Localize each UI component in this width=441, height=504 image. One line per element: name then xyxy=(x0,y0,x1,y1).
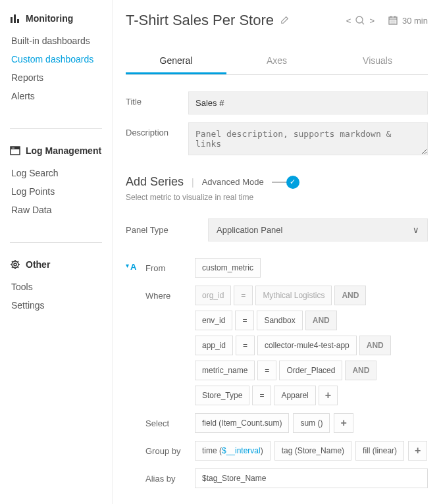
log-icon xyxy=(10,145,20,156)
where-field-chip[interactable]: metric_name xyxy=(195,361,255,380)
groupby-time-chip[interactable]: time ($__interval) xyxy=(195,441,271,461)
page-title: T-Shirt Sales Per Store xyxy=(126,12,274,29)
sidebar-item-raw-data[interactable]: Raw Data xyxy=(10,201,102,219)
where-field-chip[interactable]: env_id xyxy=(195,311,232,330)
where-conj-chip[interactable]: AND xyxy=(359,336,391,355)
where-conj-chip[interactable]: AND xyxy=(345,361,376,380)
svg-rect-2 xyxy=(17,19,19,23)
calendar-icon[interactable] xyxy=(388,15,398,26)
svg-point-6 xyxy=(13,147,14,149)
sidebar-item-custom-dashboards[interactable]: Custom dashboards xyxy=(10,50,102,68)
main-content: T-Shirt Sales Per Store < > 30 min Gener… xyxy=(112,0,441,504)
where-field-chip[interactable]: app_id xyxy=(195,336,233,355)
edit-title-icon[interactable] xyxy=(280,15,290,26)
where-conj-chip[interactable]: AND xyxy=(305,311,337,330)
select-add-chip[interactable]: + xyxy=(334,413,353,433)
check-icon: ✓ xyxy=(286,176,299,189)
svg-rect-0 xyxy=(11,17,13,23)
select-agg-chip[interactable]: sum () xyxy=(293,413,330,433)
time-next-icon[interactable]: > xyxy=(369,16,375,26)
add-series-subtext: Select metric to visualize in real time xyxy=(126,193,428,202)
groupby-tag-chip[interactable]: tag (Store_Name) xyxy=(274,441,351,461)
groupby-add-chip[interactable]: + xyxy=(408,441,427,461)
alias-label: Alias by xyxy=(145,468,195,484)
select-field-chip[interactable]: field (Item_Count.sum) xyxy=(195,413,289,433)
groupby-fill-chip[interactable]: fill (linear) xyxy=(355,441,404,461)
chevron-down-icon: ∨ xyxy=(413,225,419,235)
caret-down-icon: ▾ xyxy=(126,262,129,269)
where-value-chip[interactable]: Mythical Logistics xyxy=(255,286,332,305)
panel-type-select[interactable]: Application Panel ∨ xyxy=(208,218,428,241)
where-op-chip[interactable]: = xyxy=(257,361,276,380)
tab-visuals[interactable]: Visuals xyxy=(327,49,428,74)
svg-point-8 xyxy=(14,263,16,266)
advanced-mode-toggle[interactable]: ✓ xyxy=(272,176,299,189)
time-prev-icon[interactable]: < xyxy=(346,16,351,26)
sidebar-item-alerts[interactable]: Alerts xyxy=(10,87,102,105)
where-field-chip[interactable]: Store_Type xyxy=(195,386,249,405)
svg-rect-1 xyxy=(14,14,16,23)
from-chip[interactable]: custom_metric xyxy=(195,258,261,278)
panel-type-label: Panel Type xyxy=(126,225,188,235)
sidebar: Monitoring Built-in dashboards Custom da… xyxy=(0,0,112,504)
where-label: Where xyxy=(145,286,195,301)
time-range-label[interactable]: 30 min xyxy=(402,16,428,26)
gear-icon xyxy=(10,259,20,270)
sidebar-section-other: Other xyxy=(10,259,102,270)
tab-axes[interactable]: Axes xyxy=(226,49,327,74)
sidebar-section-log-management: Log Management xyxy=(10,145,102,156)
svg-point-9 xyxy=(356,16,363,23)
sidebar-section-monitoring: Monitoring xyxy=(10,13,102,24)
sidebar-item-settings[interactable]: Settings xyxy=(10,296,102,315)
title-label: Title xyxy=(126,91,175,107)
query-a-toggle[interactable]: ▾ A xyxy=(126,258,138,496)
description-textarea[interactable] xyxy=(188,122,428,155)
where-value-chip[interactable]: Sandbox xyxy=(257,311,302,330)
sidebar-item-builtin-dashboards[interactable]: Built-in dashboards xyxy=(10,32,102,50)
where-value-chip[interactable]: Order_Placed xyxy=(279,361,342,380)
sidebar-item-log-points[interactable]: Log Points xyxy=(10,182,102,201)
from-label: From xyxy=(145,258,195,273)
where-op-chip[interactable]: = xyxy=(236,336,255,355)
svg-line-10 xyxy=(362,22,364,24)
alias-input[interactable] xyxy=(195,468,428,488)
tabs: General Axes Visuals xyxy=(126,49,428,75)
add-series-heading: Add Series xyxy=(126,175,184,189)
sidebar-item-log-search[interactable]: Log Search xyxy=(10,164,102,182)
sidebar-item-tools[interactable]: Tools xyxy=(10,278,102,296)
sidebar-item-reports[interactable]: Reports xyxy=(10,68,102,87)
zoom-icon[interactable] xyxy=(355,15,365,26)
groupby-label: Group by xyxy=(145,441,195,456)
where-field-chip[interactable]: org_id xyxy=(195,286,231,305)
select-label: Select xyxy=(145,413,195,428)
where-op-chip[interactable]: = xyxy=(252,386,271,405)
where-op-chip[interactable]: = xyxy=(235,311,254,330)
where-value-chip[interactable]: Apparel xyxy=(274,386,315,405)
where-add-chip[interactable]: + xyxy=(319,386,338,405)
advanced-mode-label: Advanced Mode xyxy=(202,177,264,187)
title-input[interactable] xyxy=(188,91,428,114)
tab-general[interactable]: General xyxy=(126,49,226,74)
description-label: Description xyxy=(126,122,175,138)
svg-point-5 xyxy=(12,147,13,149)
where-conj-chip[interactable]: AND xyxy=(334,286,366,305)
where-value-chip[interactable]: collector-mule4-test-app xyxy=(257,336,357,355)
where-op-chip[interactable]: = xyxy=(234,286,253,305)
bar-chart-icon xyxy=(10,13,20,24)
